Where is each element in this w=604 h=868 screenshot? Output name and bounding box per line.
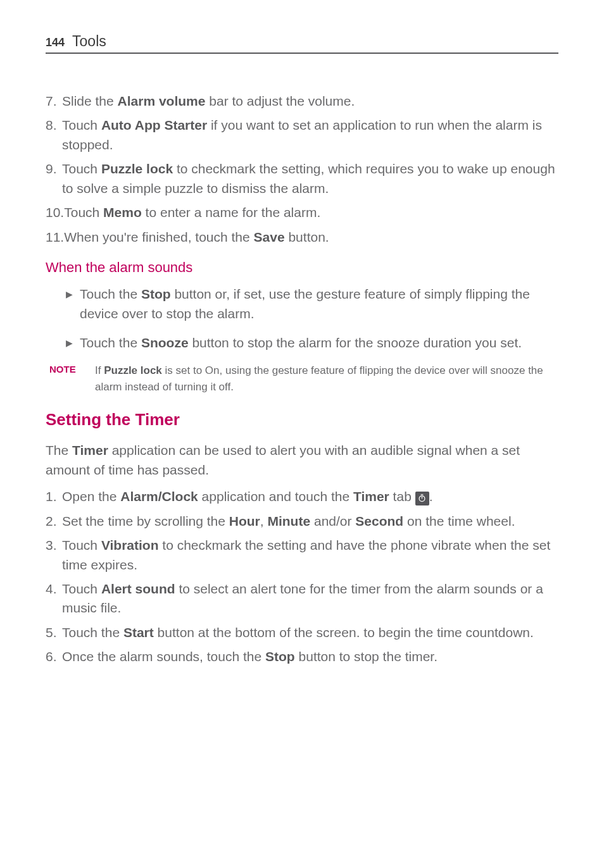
page-number: 144: [46, 36, 65, 49]
section-title: Tools: [72, 33, 106, 50]
timer-steps-list: 1.Open the Alarm/Clock application and t…: [46, 487, 558, 667]
list-marker: 9.: [46, 159, 62, 198]
list-item: 6.Once the alarm sounds, touch the Stop …: [46, 647, 558, 666]
list-item: 11. When you're finished, touch the Save…: [46, 228, 558, 247]
list-item: 2.Set the time by scrolling the Hour, Mi…: [46, 512, 558, 531]
list-marker: 11.: [46, 228, 64, 247]
page-content: 7.Slide the Alarm volume bar to adjust t…: [46, 92, 558, 667]
list-marker: 5.: [46, 623, 62, 642]
list-text: Touch Vibration to checkmark the setting…: [62, 536, 558, 574]
list-text: Touch Memo to enter a name for the alarm…: [64, 203, 558, 222]
bullet-marker-icon: ▶: [66, 333, 80, 352]
list-text: Set the time by scrolling the Hour, Minu…: [62, 512, 558, 531]
list-text: Touch Puzzle lock to checkmark the setti…: [62, 159, 558, 198]
timer-intro: The Timer application can be used to ale…: [46, 441, 558, 480]
list-marker: 10.: [46, 203, 64, 222]
list-text: Touch Auto App Starter if you want to se…: [62, 116, 558, 154]
list-text: Slide the Alarm volume bar to adjust the…: [62, 92, 558, 111]
bullet-text: Touch the Snooze button to stop the alar…: [80, 333, 558, 352]
bullet-text: Touch the Stop button or, if set, use th…: [80, 285, 558, 323]
list-text: Once the alarm sounds, touch the Stop bu…: [62, 647, 558, 666]
note-text: If Puzzle lock is set to On, using the g…: [95, 363, 558, 395]
note-block: NOTE If Puzzle lock is set to On, using …: [49, 363, 558, 395]
list-text: Touch Alert sound to select an alert ton…: [62, 580, 558, 618]
list-item: 7.Slide the Alarm volume bar to adjust t…: [46, 92, 558, 111]
list-item: 5.Touch the Start button at the bottom o…: [46, 623, 558, 642]
page-header: 144 Tools: [46, 33, 558, 54]
list-marker: 1.: [46, 487, 62, 506]
when-alarm-sounds-heading: When the alarm sounds: [46, 259, 558, 276]
list-text: Touch the Start button at the bottom of …: [62, 623, 558, 642]
note-label: NOTE: [49, 363, 95, 395]
list-item: 3.Touch Vibration to checkmark the setti…: [46, 536, 558, 574]
list-marker: 7.: [46, 92, 62, 111]
bullet-marker-icon: ▶: [66, 285, 80, 323]
list-marker: 6.: [46, 647, 62, 666]
list-text: Open the Alarm/Clock application and tou…: [62, 487, 558, 506]
setting-timer-heading: Setting the Timer: [46, 410, 558, 430]
alarm-settings-list-continued: 7.Slide the Alarm volume bar to adjust t…: [46, 92, 558, 247]
alarm-sounds-bullets: ▶Touch the Stop button or, if set, use t…: [46, 285, 558, 352]
bullet-item: ▶Touch the Snooze button to stop the ala…: [66, 333, 558, 352]
list-item: 8.Touch Auto App Starter if you want to …: [46, 116, 558, 154]
list-text: When you're finished, touch the Save but…: [64, 228, 558, 247]
bullet-item: ▶Touch the Stop button or, if set, use t…: [66, 285, 558, 323]
list-item: 4.Touch Alert sound to select an alert t…: [46, 580, 558, 618]
list-marker: 8.: [46, 116, 62, 154]
list-item: 10.Touch Memo to enter a name for the al…: [46, 203, 558, 222]
list-marker: 4.: [46, 580, 62, 618]
list-marker: 2.: [46, 512, 62, 531]
list-marker: 3.: [46, 536, 62, 574]
list-item: 1.Open the Alarm/Clock application and t…: [46, 487, 558, 506]
list-item: 9.Touch Puzzle lock to checkmark the set…: [46, 159, 558, 198]
timer-tab-icon: [415, 492, 429, 505]
